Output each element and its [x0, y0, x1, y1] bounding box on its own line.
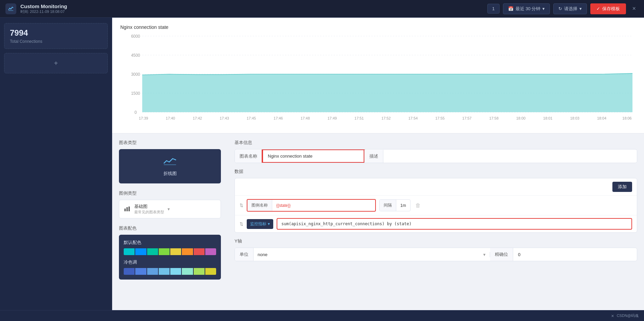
sort-up-icon: ⇅ [240, 203, 243, 208]
legend-select[interactable]: 基础图 最常见的图表类型 ▾ [119, 200, 221, 218]
metric-badge[interactable]: 监控指标 ▾ [247, 219, 273, 229]
app-title: Custom Monitoring [20, 3, 67, 9]
color-section: 图表配色 默认配色 冷色调 [119, 225, 221, 280]
topbar: Custom Monitoring 时间: 2022-11-09 18:08:0… [0, 0, 644, 18]
right-panel: Nginx connection state 6000 4500 3000 15… [112, 18, 644, 321]
time-range-button[interactable]: 📅 最近 30 分钟 ▾ [503, 3, 550, 14]
chart-name-input[interactable] [262, 149, 364, 163]
stat-label: Total Connections [10, 39, 102, 44]
svg-text:17:51: 17:51 [354, 116, 364, 120]
config-right: 基本信息 图表名称 描述 数据 添加 [228, 133, 644, 286]
cool-color-7 [194, 268, 205, 275]
bottom-bar-close-button[interactable]: × [611, 313, 614, 319]
metric-row: ⇅ 监控指标 ▾ sum(apisix_nginx_http_current_c… [235, 215, 637, 232]
svg-text:17:45: 17:45 [247, 116, 256, 120]
close-button[interactable]: × [629, 4, 639, 14]
topbar-right: 1 📅 最近 30 分钟 ▾ ↻ 请选择 ▾ ✓ 保存模板 × [487, 3, 639, 14]
unit-chevron: ▾ [483, 252, 486, 257]
add-data-button[interactable]: 添加 [612, 182, 632, 192]
cool-color-6 [182, 268, 193, 275]
svg-text:18:01: 18:01 [543, 116, 552, 120]
data-header: 添加 [235, 178, 637, 196]
app-logo [5, 3, 16, 14]
cool-color-8 [205, 268, 216, 275]
precision-label: 精确位 [490, 248, 513, 261]
chart-container: 6000 4500 3000 1500 0 17:3 [120, 35, 636, 130]
svg-text:17:54: 17:54 [408, 116, 418, 120]
svg-rect-31 [128, 207, 130, 211]
sort-down-icon: ⇅ [240, 221, 243, 227]
desc-input[interactable] [383, 150, 637, 162]
svg-rect-29 [124, 209, 126, 211]
svg-text:18:04: 18:04 [597, 116, 606, 120]
chart-svg: 6000 4500 3000 1500 0 17:3 [120, 35, 636, 130]
interval-field: 间隔 1m [379, 199, 411, 211]
palette-color-6 [182, 248, 193, 255]
chevron-down-icon-2: ▾ [579, 6, 582, 11]
number-button[interactable]: 1 [487, 4, 500, 14]
y-axis-row: 单位 none ▾ 精确位 0 [234, 248, 637, 261]
svg-text:17:49: 17:49 [328, 116, 337, 120]
chart-name-row: 图表名称 描述 [234, 149, 637, 163]
basic-info-section: 基本信息 图表名称 描述 [234, 140, 637, 163]
cool-color-label: 冷色调 [124, 259, 216, 265]
svg-text:17:58: 17:58 [489, 116, 499, 120]
svg-text:18:03: 18:03 [570, 116, 579, 120]
interval-label: 间隔 [380, 200, 396, 211]
bottom-bar: × CSDN@码魂 [0, 310, 644, 321]
save-template-button[interactable]: ✓ 保存模板 [590, 3, 626, 14]
chart-type-section: 图表类型 折线图 [119, 140, 221, 183]
metric-query[interactable]: sum(apisix_nginx_http_current_connection… [277, 218, 632, 230]
legend-type-section: 图例类型 基础图 最常见的图表类型 [119, 190, 221, 218]
legend-name-label: 图例名称 [247, 200, 272, 211]
palette-color-2 [135, 248, 146, 255]
svg-text:6000: 6000 [131, 35, 140, 39]
desc-field-label: 描述 [364, 150, 383, 163]
cool-color-2 [135, 268, 146, 275]
calendar-icon: 📅 [508, 6, 514, 11]
svg-text:1500: 1500 [131, 91, 140, 96]
chart-type-label: 图表类型 [119, 140, 221, 146]
color-label: 图表配色 [119, 225, 221, 231]
svg-text:17:55: 17:55 [435, 116, 445, 120]
chart-type-card[interactable]: 折线图 [119, 149, 221, 183]
refresh-icon: ↻ [558, 6, 562, 11]
cool-color-3 [147, 268, 158, 275]
refresh-button[interactable]: ↻ 请选择 ▾ [553, 3, 587, 14]
unit-label: 单位 [235, 248, 254, 261]
metric-badge-arrow: ▾ [268, 221, 270, 226]
svg-text:3000: 3000 [131, 72, 140, 77]
svg-text:17:57: 17:57 [462, 116, 471, 120]
svg-text:17:46: 17:46 [274, 116, 283, 120]
chart-name-field-label: 图表名称 [235, 150, 262, 163]
svg-text:17:43: 17:43 [220, 116, 229, 120]
legend-type-label: 图例类型 [119, 190, 221, 196]
y-axis-label: Y轴 [234, 238, 637, 244]
svg-text:4500: 4500 [131, 53, 140, 58]
palette-color-1 [124, 248, 135, 255]
stat-card[interactable]: 7994 Total Connections [4, 23, 108, 49]
chart-area: Nginx connection state 6000 4500 3000 15… [112, 18, 644, 133]
delete-icon[interactable]: 🗑 [415, 202, 421, 209]
data-section: 添加 ⇅ 图例名称 {{state}} 间隔 1m [234, 178, 637, 233]
cool-color-1 [124, 268, 135, 275]
svg-text:17:42: 17:42 [193, 116, 202, 120]
config-area: 图表类型 折线图 图例类型 [112, 133, 644, 286]
svg-text:17:48: 17:48 [300, 116, 310, 120]
chart-title: Nginx connection state [120, 24, 636, 30]
app-subtitle: 时间: 2022-11-09 18:08:07 [20, 9, 67, 14]
add-panel-button[interactable]: + [4, 53, 108, 73]
default-color-label: 默认配色 [124, 239, 216, 246]
line-chart-icon [163, 156, 177, 168]
plus-icon: + [54, 59, 58, 67]
stat-value: 7994 [10, 28, 102, 38]
metric-badge-label: 监控指标 [250, 221, 266, 227]
data-label: 数据 [234, 168, 637, 175]
cool-palette-bar [124, 268, 216, 275]
legend-desc: 最常见的图表类型 [134, 210, 164, 215]
data-row-1: ⇅ 图例名称 {{state}} 间隔 1m 🗑 [235, 196, 637, 215]
palette-color-5 [170, 248, 181, 255]
svg-text:18:06: 18:06 [622, 116, 631, 120]
svg-text:0: 0 [135, 110, 137, 115]
save-icon: ✓ [596, 6, 600, 11]
